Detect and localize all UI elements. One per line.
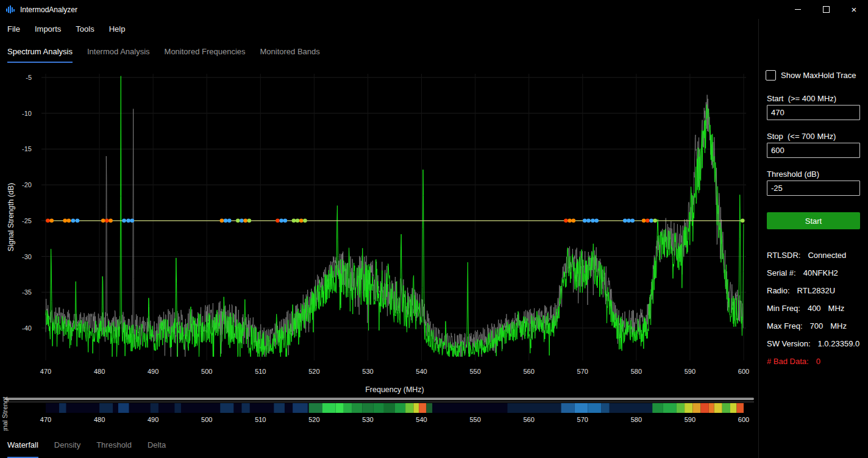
- svg-text:530: 530: [362, 416, 373, 423]
- svg-text:510: 510: [255, 416, 266, 423]
- svg-text:490: 490: [148, 368, 158, 375]
- close-icon: ×: [852, 5, 857, 14]
- svg-text:500: 500: [201, 416, 212, 423]
- window-title: IntermodAnalyzer: [20, 5, 77, 14]
- svg-text:560: 560: [524, 416, 535, 423]
- status-serial: Serial #:40NFKH2: [767, 268, 864, 277]
- threshold-input[interactable]: [767, 181, 860, 196]
- minimize-button[interactable]: [784, 0, 812, 19]
- start-button[interactable]: Start: [767, 212, 860, 229]
- svg-text:-10: -10: [22, 110, 32, 117]
- svg-text:510: 510: [255, 368, 266, 375]
- spectrum-chart[interactable]: -5-10-15-20-25-30-35-4047048049050051052…: [0, 65, 759, 396]
- svg-text:-15: -15: [22, 145, 32, 152]
- tab-threshold[interactable]: Threshold: [96, 440, 132, 458]
- svg-text:470: 470: [40, 416, 51, 423]
- svg-text:Signal Strength (dB): Signal Strength (dB): [1, 396, 9, 431]
- minimize-icon: [795, 9, 801, 10]
- svg-text:490: 490: [148, 416, 158, 423]
- stop-freq-input[interactable]: [767, 143, 860, 158]
- svg-text:580: 580: [631, 368, 642, 375]
- menu-tools[interactable]: Tools: [68, 24, 101, 34]
- maxhold-checkbox-row: Show MaxHold Trace: [766, 70, 863, 81]
- start-freq-input[interactable]: [767, 105, 860, 120]
- tab-monitored-bands[interactable]: Monitored Bands: [260, 47, 320, 62]
- svg-text:470: 470: [40, 368, 51, 375]
- svg-text:-25: -25: [22, 217, 32, 224]
- svg-text:560: 560: [524, 368, 535, 375]
- menu-help[interactable]: Help: [102, 24, 133, 34]
- waterfall-display[interactable]: 4704804905005105205305405505605705805906…: [0, 396, 759, 431]
- svg-text:580: 580: [631, 416, 642, 423]
- tab-monitored-frequencies[interactable]: Monitored Frequencies: [165, 47, 246, 62]
- svg-text:Signal Strength (dB): Signal Strength (dB): [7, 183, 15, 252]
- stop-freq-label: Stop (<= 700 MHz): [767, 132, 836, 141]
- svg-text:590: 590: [685, 368, 695, 375]
- menu-file[interactable]: File: [0, 24, 27, 34]
- tab-waterfall[interactable]: Waterfall: [7, 440, 38, 458]
- tab-bar: Spectrum Analysis Intermod Analysis Moni…: [0, 38, 758, 65]
- svg-text:570: 570: [577, 416, 588, 423]
- svg-text:600: 600: [738, 416, 749, 423]
- svg-text:500: 500: [201, 368, 212, 375]
- window-controls: ×: [784, 0, 868, 19]
- app-icon: [5, 5, 15, 15]
- status-rtlsdr: RTLSDR:Connected: [767, 251, 864, 260]
- svg-text:-40: -40: [22, 324, 32, 332]
- menubar: File Imports Tools Help: [0, 19, 758, 38]
- maxhold-checkbox[interactable]: [766, 70, 776, 81]
- start-freq-label: Start (>= 400 MHz): [767, 94, 836, 103]
- maxhold-checkbox-label: Show MaxHold Trace: [781, 71, 856, 80]
- svg-text:-5: -5: [26, 74, 32, 81]
- bottom-tab-bar: Waterfall Density Threshold Delta: [0, 431, 758, 458]
- maximize-button[interactable]: [812, 0, 840, 19]
- menu-imports[interactable]: Imports: [27, 24, 68, 34]
- svg-text:550: 550: [469, 368, 480, 375]
- status-bad-data: # Bad Data:0: [767, 357, 864, 366]
- titlebar: IntermodAnalyzer ×: [0, 0, 868, 19]
- svg-text:540: 540: [416, 416, 427, 423]
- svg-text:570: 570: [577, 368, 588, 375]
- svg-text:480: 480: [94, 416, 105, 423]
- svg-text:Frequency (MHz): Frequency (MHz): [365, 385, 424, 394]
- close-button[interactable]: ×: [840, 0, 868, 19]
- tab-spectrum-analysis[interactable]: Spectrum Analysis: [7, 47, 73, 63]
- sidebar: Show MaxHold Trace Start (>= 400 MHz) St…: [758, 19, 868, 458]
- status-radio: Radio:RTL2832U: [767, 286, 864, 295]
- svg-text:480: 480: [94, 368, 105, 375]
- tab-density[interactable]: Density: [54, 440, 80, 458]
- svg-text:550: 550: [469, 416, 480, 423]
- status-sw-version: SW Version:1.0.23359.0: [767, 339, 864, 348]
- svg-text:600: 600: [738, 368, 749, 375]
- tab-delta[interactable]: Delta: [148, 440, 166, 458]
- svg-text:-30: -30: [22, 253, 32, 260]
- svg-text:590: 590: [685, 416, 695, 423]
- svg-text:540: 540: [416, 368, 427, 375]
- status-max-freq: Max Freq:700MHz: [767, 321, 864, 331]
- svg-text:530: 530: [362, 368, 373, 375]
- status-min-freq: Min Freq:400MHz: [767, 304, 864, 313]
- svg-text:-35: -35: [22, 288, 32, 296]
- tab-intermod-analysis[interactable]: Intermod Analysis: [87, 47, 150, 62]
- svg-text:520: 520: [308, 368, 319, 375]
- maximize-icon: [823, 6, 830, 13]
- svg-text:-20: -20: [22, 181, 32, 188]
- threshold-label: Threshold (dB): [767, 170, 819, 179]
- svg-text:520: 520: [308, 416, 319, 423]
